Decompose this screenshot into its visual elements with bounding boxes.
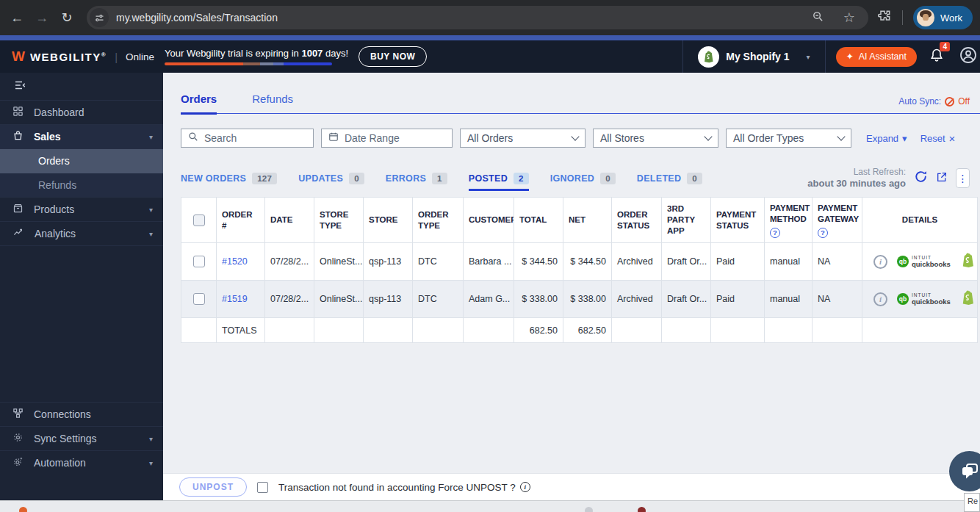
date-range-field[interactable] bbox=[321, 129, 453, 148]
date-range-input[interactable] bbox=[345, 132, 445, 144]
col-payment-method: PAYMENT METHOD? bbox=[765, 198, 813, 243]
col-customer: CUSTOMER bbox=[464, 198, 514, 243]
count-badge: 1 bbox=[432, 173, 447, 184]
cell-3rd-party-app: Draft Or... bbox=[662, 243, 711, 281]
expand-filters-link[interactable]: Expand ▾ bbox=[866, 133, 907, 144]
site-settings-icon[interactable] bbox=[90, 8, 109, 27]
page-tabs: Orders Refunds bbox=[181, 93, 980, 114]
status-tab-deleted[interactable]: DELETED 0 bbox=[637, 173, 702, 191]
cell-total: $ 338.00 bbox=[514, 281, 563, 318]
all-stores-select[interactable]: All Stores bbox=[593, 129, 718, 148]
cell-order-type: DTC bbox=[413, 281, 464, 318]
unpost-button[interactable]: UNPOST bbox=[179, 477, 247, 497]
browser-chrome: ← → ↻ my.webgility.com/Sales/Transaction… bbox=[0, 0, 980, 35]
chevron-down-icon: ▾ bbox=[807, 53, 810, 61]
sidebar-collapse-icon[interactable] bbox=[13, 79, 26, 95]
reset-filters-link[interactable]: Reset × bbox=[920, 132, 956, 145]
browser-profile-button[interactable]: Work bbox=[913, 6, 973, 29]
cell-order-status: Archived bbox=[612, 281, 662, 318]
export-icon[interactable] bbox=[936, 171, 948, 186]
sidebar-item-automation[interactable]: Automation ▾ bbox=[0, 450, 163, 475]
profile-avatar bbox=[917, 9, 934, 26]
cell-payment-status: Paid bbox=[711, 281, 765, 318]
sidebar-item-sales[interactable]: Sales ▾ bbox=[0, 125, 163, 149]
browser-reload-button[interactable]: ↻ bbox=[56, 7, 78, 29]
logo-divider: | bbox=[115, 51, 118, 63]
taskbar-icon bbox=[638, 507, 646, 512]
sidebar-item-analytics[interactable]: Analytics ▾ bbox=[0, 222, 163, 246]
force-unpost-checkbox[interactable] bbox=[257, 482, 268, 493]
trial-progress-bar bbox=[165, 62, 332, 65]
extensions-puzzle-icon[interactable] bbox=[877, 9, 892, 26]
browser-forward-button[interactable]: → bbox=[31, 7, 53, 29]
tab-refunds[interactable]: Refunds bbox=[252, 93, 293, 113]
quickbooks-logo: qb INTUITquickbooks bbox=[897, 293, 951, 305]
status-tab-ignored[interactable]: IGNORED 0 bbox=[550, 173, 616, 191]
user-profile-icon[interactable] bbox=[959, 46, 977, 67]
info-icon[interactable]: i bbox=[873, 292, 887, 306]
help-icon[interactable]: ? bbox=[818, 228, 828, 238]
cell-3rd-party-app: Draft Or... bbox=[662, 281, 711, 318]
select-all-checkbox[interactable] bbox=[193, 214, 205, 226]
sidebar-item-orders[interactable]: Orders bbox=[0, 149, 163, 173]
app-header: W WEBGILITY® | Online Your Webgility tri… bbox=[0, 40, 980, 73]
cell-customer: Barbara ... bbox=[464, 243, 514, 281]
more-options-kebab[interactable]: ⋮ bbox=[956, 168, 970, 188]
col-date: DATE bbox=[265, 198, 314, 243]
help-icon[interactable]: ? bbox=[770, 228, 780, 238]
order-number-link[interactable]: #1520 bbox=[222, 256, 248, 267]
col-net: NET bbox=[563, 198, 612, 243]
order-number-link[interactable]: #1519 bbox=[222, 294, 248, 304]
zoom-icon[interactable] bbox=[812, 10, 824, 26]
info-icon[interactable]: i bbox=[873, 255, 887, 269]
profile-name: Work bbox=[940, 12, 962, 24]
sidebar-item-sync-settings[interactable]: Sync Settings ▾ bbox=[0, 426, 163, 450]
status-tab-posted[interactable]: POSTED 2 bbox=[469, 173, 529, 191]
info-icon[interactable]: i bbox=[520, 482, 530, 492]
online-label: Online bbox=[126, 51, 154, 62]
address-bar[interactable]: my.webgility.com/Sales/Transaction ☆ bbox=[87, 6, 868, 29]
refresh-icon[interactable] bbox=[914, 170, 928, 187]
bookmark-star-icon[interactable]: ☆ bbox=[843, 10, 855, 26]
auto-sync-indicator[interactable]: Auto Sync: Off bbox=[898, 96, 970, 107]
shopify-icon bbox=[960, 252, 976, 271]
chevron-down-icon bbox=[571, 132, 579, 140]
row-checkbox[interactable] bbox=[193, 293, 205, 305]
all-orders-select[interactable]: All Orders bbox=[460, 129, 586, 148]
cell-payment-gateway: NA bbox=[813, 281, 862, 318]
status-tab-new-orders[interactable]: NEW ORDERS 127 bbox=[181, 173, 277, 191]
status-tab-updates[interactable]: UPDATES 0 bbox=[298, 173, 364, 191]
search-field[interactable] bbox=[181, 129, 314, 148]
filter-bar: All Orders All Stores All Order Types Ex… bbox=[181, 129, 980, 148]
sparkle-icon: ✦ bbox=[846, 51, 854, 62]
chevron-down-icon bbox=[837, 132, 845, 140]
sidebar-item-refunds[interactable]: Refunds bbox=[0, 173, 163, 198]
chevron-down-icon: ▾ bbox=[149, 230, 153, 238]
sidebar: Dashboard Sales ▾ Orders Refunds Product… bbox=[0, 73, 163, 512]
notifications-bell-icon[interactable]: 4 bbox=[929, 47, 944, 66]
store-selector-dropdown[interactable]: My Shopify 1 ▾ bbox=[683, 40, 824, 73]
col-order-status: ORDER STATUS bbox=[612, 198, 662, 243]
tab-orders[interactable]: Orders bbox=[181, 93, 217, 115]
col-total: TOTAL bbox=[514, 198, 563, 243]
corner-popup: Re bbox=[964, 493, 980, 512]
cell-net: $ 338.00 bbox=[563, 281, 612, 318]
all-order-types-select[interactable]: All Order Types bbox=[726, 129, 851, 148]
sidebar-item-products[interactable]: Products ▾ bbox=[0, 198, 163, 222]
sidebar-item-dashboard[interactable]: Dashboard bbox=[0, 101, 163, 125]
quickbooks-logo: qb INTUITquickbooks bbox=[897, 256, 951, 267]
chevron-down-icon: ▾ bbox=[149, 435, 153, 443]
row-checkbox[interactable] bbox=[193, 256, 205, 267]
url-text[interactable]: my.webgility.com/Sales/Transaction bbox=[116, 12, 804, 24]
count-badge: 127 bbox=[252, 173, 277, 184]
cell-payment-gateway: NA bbox=[813, 243, 862, 281]
search-input[interactable] bbox=[204, 132, 306, 144]
ai-assistant-button[interactable]: ✦ AI Assistant bbox=[836, 47, 917, 67]
browser-back-button[interactable]: ← bbox=[6, 7, 28, 29]
chevron-down-icon bbox=[704, 132, 712, 140]
status-tab-errors[interactable]: ERRORS 1 bbox=[386, 173, 447, 191]
webgility-logo[interactable]: W WEBGILITY® | Online bbox=[0, 48, 163, 65]
chevron-down-icon: ▾ bbox=[149, 133, 153, 141]
sidebar-item-connections[interactable]: Connections bbox=[0, 402, 163, 426]
buy-now-button[interactable]: BUY NOW bbox=[359, 46, 427, 67]
